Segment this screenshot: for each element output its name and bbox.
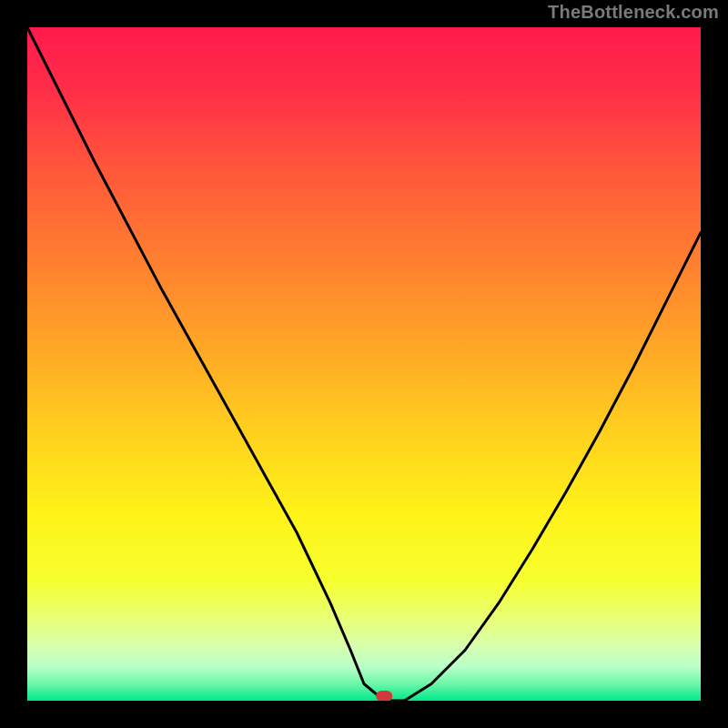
frame-bottom [0,701,728,728]
watermark-text: TheBottleneck.com [548,2,719,23]
plot-background [27,27,701,701]
frame-right [701,0,728,728]
frame-left [0,0,27,728]
chart-svg [0,0,728,728]
chart-stage: TheBottleneck.com [0,0,728,728]
optimum-marker [376,691,392,702]
